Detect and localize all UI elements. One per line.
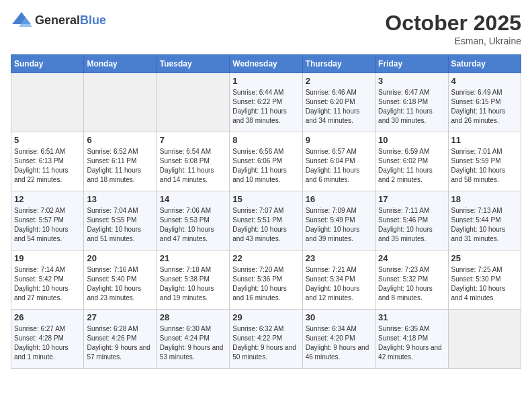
- day-info: Sunrise: 7:13 AM Sunset: 5:44 PM Dayligh…: [451, 206, 518, 244]
- calendar-cell: 1Sunrise: 6:44 AM Sunset: 6:22 PM Daylig…: [230, 73, 302, 132]
- day-info: Sunrise: 7:20 AM Sunset: 5:36 PM Dayligh…: [232, 265, 299, 303]
- calendar-cell: 24Sunrise: 7:23 AM Sunset: 5:32 PM Dayli…: [375, 250, 448, 310]
- calendar-week-row: 1Sunrise: 6:44 AM Sunset: 6:22 PM Daylig…: [11, 73, 521, 132]
- day-info: Sunrise: 7:04 AM Sunset: 5:55 PM Dayligh…: [87, 206, 153, 244]
- day-number: 28: [160, 312, 226, 322]
- day-info: Sunrise: 6:49 AM Sunset: 6:15 PM Dayligh…: [451, 88, 518, 126]
- day-number: 9: [306, 135, 372, 145]
- day-number: 11: [451, 135, 518, 145]
- calendar-cell: 19Sunrise: 7:14 AM Sunset: 5:42 PM Dayli…: [11, 250, 84, 310]
- weekday-header-cell: Sunday: [11, 55, 84, 73]
- calendar-cell: [157, 73, 229, 132]
- day-number: 27: [87, 312, 153, 322]
- day-info: Sunrise: 6:51 AM Sunset: 6:13 PM Dayligh…: [14, 147, 81, 185]
- day-info: Sunrise: 7:06 AM Sunset: 5:53 PM Dayligh…: [160, 206, 226, 244]
- logo-icon: [11, 11, 32, 30]
- month-title: October 2025: [385, 11, 521, 36]
- day-number: 31: [378, 312, 445, 322]
- calendar-cell: 3Sunrise: 6:47 AM Sunset: 6:18 PM Daylig…: [375, 73, 448, 132]
- day-info: Sunrise: 7:14 AM Sunset: 5:42 PM Dayligh…: [14, 265, 81, 303]
- calendar-cell: 31Sunrise: 6:35 AM Sunset: 4:18 PM Dayli…: [375, 310, 448, 369]
- calendar-cell: [448, 310, 521, 369]
- calendar-cell: 8Sunrise: 6:56 AM Sunset: 6:06 PM Daylig…: [230, 132, 302, 191]
- day-info: Sunrise: 6:44 AM Sunset: 6:22 PM Dayligh…: [232, 88, 299, 126]
- day-info: Sunrise: 7:18 AM Sunset: 5:38 PM Dayligh…: [160, 265, 226, 303]
- day-info: Sunrise: 6:57 AM Sunset: 6:04 PM Dayligh…: [306, 147, 372, 185]
- weekday-header-row: SundayMondayTuesdayWednesdayThursdayFrid…: [11, 55, 521, 73]
- calendar-cell: [84, 73, 157, 132]
- weekday-header-cell: Wednesday: [230, 55, 302, 73]
- calendar-week-row: 19Sunrise: 7:14 AM Sunset: 5:42 PM Dayli…: [11, 250, 521, 310]
- day-number: 12: [14, 194, 81, 204]
- weekday-header-cell: Thursday: [302, 55, 375, 73]
- day-info: Sunrise: 7:11 AM Sunset: 5:46 PM Dayligh…: [378, 206, 445, 244]
- day-info: Sunrise: 6:35 AM Sunset: 4:18 PM Dayligh…: [378, 324, 445, 362]
- logo: GeneralBlue: [11, 11, 106, 30]
- calendar-cell: 18Sunrise: 7:13 AM Sunset: 5:44 PM Dayli…: [448, 191, 521, 250]
- day-info: Sunrise: 7:21 AM Sunset: 5:34 PM Dayligh…: [306, 265, 372, 303]
- calendar-cell: 29Sunrise: 6:32 AM Sunset: 4:22 PM Dayli…: [230, 310, 302, 369]
- day-number: 6: [87, 135, 153, 145]
- day-number: 3: [378, 76, 445, 86]
- calendar-table: SundayMondayTuesdayWednesdayThursdayFrid…: [11, 54, 521, 369]
- day-info: Sunrise: 7:23 AM Sunset: 5:32 PM Dayligh…: [378, 265, 445, 303]
- day-info: Sunrise: 6:46 AM Sunset: 6:20 PM Dayligh…: [306, 88, 372, 126]
- calendar-cell: 15Sunrise: 7:07 AM Sunset: 5:51 PM Dayli…: [230, 191, 302, 250]
- calendar-cell: 10Sunrise: 6:59 AM Sunset: 6:02 PM Dayli…: [375, 132, 448, 191]
- calendar-cell: 17Sunrise: 7:11 AM Sunset: 5:46 PM Dayli…: [375, 191, 448, 250]
- calendar-body: 1Sunrise: 6:44 AM Sunset: 6:22 PM Daylig…: [11, 73, 521, 369]
- day-number: 25: [451, 253, 518, 263]
- day-info: Sunrise: 6:32 AM Sunset: 4:22 PM Dayligh…: [232, 324, 299, 362]
- day-info: Sunrise: 6:56 AM Sunset: 6:06 PM Dayligh…: [232, 147, 299, 185]
- day-number: 2: [306, 76, 372, 86]
- day-number: 19: [14, 253, 81, 263]
- day-number: 18: [451, 194, 518, 204]
- weekday-header-cell: Monday: [84, 55, 157, 73]
- day-number: 1: [232, 76, 299, 86]
- day-number: 15: [232, 194, 299, 204]
- calendar-cell: 30Sunrise: 6:34 AM Sunset: 4:20 PM Dayli…: [302, 310, 375, 369]
- day-number: 26: [14, 312, 81, 322]
- day-info: Sunrise: 6:30 AM Sunset: 4:24 PM Dayligh…: [160, 324, 226, 362]
- day-info: Sunrise: 7:07 AM Sunset: 5:51 PM Dayligh…: [232, 206, 299, 244]
- day-number: 10: [378, 135, 445, 145]
- calendar-cell: [11, 73, 84, 132]
- calendar-cell: 21Sunrise: 7:18 AM Sunset: 5:38 PM Dayli…: [157, 250, 229, 310]
- day-number: 21: [160, 253, 226, 263]
- day-number: 29: [232, 312, 299, 322]
- day-number: 16: [306, 194, 372, 204]
- calendar-cell: 22Sunrise: 7:20 AM Sunset: 5:36 PM Dayli…: [230, 250, 302, 310]
- calendar-cell: 16Sunrise: 7:09 AM Sunset: 5:49 PM Dayli…: [302, 191, 375, 250]
- calendar-cell: 4Sunrise: 6:49 AM Sunset: 6:15 PM Daylig…: [448, 73, 521, 132]
- day-info: Sunrise: 6:28 AM Sunset: 4:26 PM Dayligh…: [87, 324, 153, 362]
- calendar-cell: 20Sunrise: 7:16 AM Sunset: 5:40 PM Dayli…: [84, 250, 157, 310]
- day-number: 14: [160, 194, 226, 204]
- calendar-cell: 2Sunrise: 6:46 AM Sunset: 6:20 PM Daylig…: [302, 73, 375, 132]
- calendar-cell: 26Sunrise: 6:27 AM Sunset: 4:28 PM Dayli…: [11, 310, 84, 369]
- page-header: GeneralBlue October 2025 Esman, Ukraine: [11, 11, 521, 46]
- day-info: Sunrise: 6:34 AM Sunset: 4:20 PM Dayligh…: [306, 324, 372, 362]
- day-number: 13: [87, 194, 153, 204]
- logo-blue: Blue: [80, 13, 106, 27]
- day-info: Sunrise: 6:47 AM Sunset: 6:18 PM Dayligh…: [378, 88, 445, 126]
- day-number: 4: [451, 76, 518, 86]
- day-number: 8: [232, 135, 299, 145]
- calendar-cell: 27Sunrise: 6:28 AM Sunset: 4:26 PM Dayli…: [84, 310, 157, 369]
- weekday-header-cell: Saturday: [448, 55, 521, 73]
- calendar-cell: 6Sunrise: 6:52 AM Sunset: 6:11 PM Daylig…: [84, 132, 157, 191]
- day-info: Sunrise: 7:01 AM Sunset: 5:59 PM Dayligh…: [451, 147, 518, 185]
- weekday-header-cell: Friday: [375, 55, 448, 73]
- day-info: Sunrise: 6:52 AM Sunset: 6:11 PM Dayligh…: [87, 147, 153, 185]
- calendar-cell: 13Sunrise: 7:04 AM Sunset: 5:55 PM Dayli…: [84, 191, 157, 250]
- weekday-header-cell: Tuesday: [157, 55, 229, 73]
- calendar-cell: 28Sunrise: 6:30 AM Sunset: 4:24 PM Dayli…: [157, 310, 229, 369]
- day-number: 17: [378, 194, 445, 204]
- calendar-cell: 9Sunrise: 6:57 AM Sunset: 6:04 PM Daylig…: [302, 132, 375, 191]
- day-number: 24: [378, 253, 445, 263]
- calendar-week-row: 5Sunrise: 6:51 AM Sunset: 6:13 PM Daylig…: [11, 132, 521, 191]
- day-info: Sunrise: 7:25 AM Sunset: 5:30 PM Dayligh…: [451, 265, 518, 303]
- calendar-cell: 11Sunrise: 7:01 AM Sunset: 5:59 PM Dayli…: [448, 132, 521, 191]
- calendar-week-row: 26Sunrise: 6:27 AM Sunset: 4:28 PM Dayli…: [11, 310, 521, 369]
- day-info: Sunrise: 6:54 AM Sunset: 6:08 PM Dayligh…: [160, 147, 226, 185]
- calendar-cell: 25Sunrise: 7:25 AM Sunset: 5:30 PM Dayli…: [448, 250, 521, 310]
